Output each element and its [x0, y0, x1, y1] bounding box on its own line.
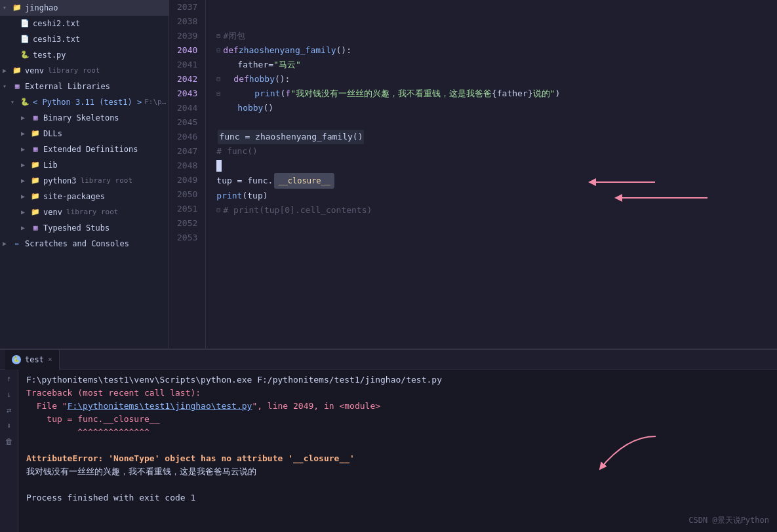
chevron-icon: ▶ [21, 174, 30, 187]
fold-icon: ⊟ [216, 203, 220, 218]
sidebar-label: test.py [33, 48, 66, 62]
sidebar-item-site-packages[interactable]: ▶ 📁 site-packages [0, 189, 169, 204]
code-line-2040: ⊟ def zhaoshenyang_family (): [216, 43, 767, 58]
watermark: CSDN @景天说Python [688, 514, 769, 527]
terminal-tabs: 🐍 test × [0, 350, 777, 370]
rerun-button[interactable]: ⇄ [3, 404, 16, 417]
lib-icon: ▦ [30, 113, 41, 123]
code-line-2053 [216, 232, 767, 246]
output-line-empty [26, 478, 769, 491]
lib-icon: ▦ [30, 223, 41, 233]
folder-icon: 📁 [12, 3, 22, 13]
sidebar-item-jinghao[interactable]: ▾ 📁 jinghao [0, 0, 169, 16]
terminal-toolbar: ↑ ↓ ⇄ ⬇ 🗑 [0, 370, 18, 532]
sidebar-item-typeshed[interactable]: ▶ ▦ Typeshed Stubs [0, 220, 169, 236]
sidebar: ▾ 📁 jinghao 📄 ceshi2.txt 📄 ceshi3.txt 🐍 … [0, 0, 169, 349]
var: tup = func. [216, 174, 273, 188]
code-line-2052 [216, 218, 767, 232]
sidebar-label: jinghao [25, 1, 58, 14]
scratches-icon: ✏ [12, 238, 22, 249]
terminal-tab-test[interactable]: 🐍 test × [5, 350, 60, 370]
folder-icon: 📁 [30, 176, 41, 186]
code-line-2044: hobby () [216, 101, 767, 115]
string: "马云" [273, 58, 301, 72]
keyword: def [233, 72, 249, 86]
library-tag: library root [66, 206, 118, 219]
sidebar-item-extended-definitions[interactable]: ▶ ▦ Extended Definitions [0, 142, 169, 157]
keyword: def [223, 43, 238, 58]
sidebar-label: ceshi2.txt [33, 17, 80, 30]
sidebar-label: venv [43, 206, 62, 219]
tab-python-icon: 🐍 [12, 355, 21, 364]
sidebar-label: External Libraries [25, 80, 110, 93]
library-tag: library root [48, 64, 100, 77]
folder-icon: 📁 [12, 66, 22, 76]
stop-button[interactable]: ⬇ [3, 419, 16, 432]
comment-text: #闭包 [223, 29, 245, 43]
fold-icon: ⊟ [216, 29, 220, 43]
python-file-icon: 🐍 [20, 50, 30, 60]
sidebar-item-scratches[interactable]: ▶ ✏ Scratches and Consoles [0, 236, 169, 252]
output-line-3: File "F:\pythonitems\test1\jinghao\test.… [26, 400, 769, 413]
sidebar-item-ceshi2[interactable]: 📄 ceshi2.txt [0, 16, 169, 31]
sidebar-label: Lib [43, 159, 58, 172]
clear-button[interactable]: 🗑 [3, 435, 16, 448]
chevron-icon: ▶ [3, 237, 12, 250]
keyword-f: f [285, 86, 290, 101]
tab-label: test [25, 355, 44, 364]
code-line-2037 [216, 0, 767, 14]
sidebar-item-lib[interactable]: ▶ 📁 Lib [0, 157, 169, 173]
sidebar-item-dlls[interactable]: ▶ 📁 DLLs [0, 126, 169, 142]
punc: = [268, 58, 273, 72]
punc: () [263, 101, 273, 115]
sidebar-item-testpy[interactable]: 🐍 test.py [0, 47, 169, 63]
punc: (): [336, 43, 351, 58]
code-line-2051: ⊟ # print(tup[0].cell_contents) [216, 203, 767, 218]
close-tab-button[interactable]: × [48, 355, 52, 364]
library-tag: library root [81, 174, 132, 187]
sidebar-label: site-packages [43, 190, 105, 203]
cursor [216, 160, 222, 172]
sidebar-item-venv2[interactable]: ▶ 📁 venv library root [0, 204, 169, 220]
lib-icon: ▦ [12, 81, 22, 92]
scroll-up-button[interactable]: ↑ [3, 372, 16, 385]
chevron-icon: ▶ [21, 206, 30, 219]
sidebar-label: Scratches and Consoles [25, 237, 129, 250]
function-call: print [254, 86, 280, 101]
chevron-icon: ▶ [21, 190, 30, 203]
sidebar-label: Typeshed Stubs [43, 221, 110, 235]
python-icon: 🐍 [20, 97, 30, 107]
file-icon: 📄 [20, 34, 30, 45]
autocomplete-popup: __closure__ [274, 173, 334, 189]
terminal-output: F:\pythonitems\test1\venv\Scripts\python… [18, 370, 777, 532]
sidebar-item-venv[interactable]: ▶ 📁 venv library root [0, 63, 169, 79]
lib-icon: ▦ [30, 144, 41, 155]
sidebar-label: python3 [43, 174, 77, 187]
punc: ) [555, 86, 560, 101]
sidebar-label: Binary Skeletons [43, 111, 119, 124]
code-line-2042: ⊟ def hobby (): [216, 72, 767, 86]
main-area: ▾ 📁 jinghao 📄 ceshi2.txt 📄 ceshi3.txt 🐍 … [0, 0, 777, 349]
terminal-content: ↑ ↓ ⇄ ⬇ 🗑 F:\pythonitems\test1\venv\Scri… [0, 370, 777, 532]
sidebar-label: < Python 3.11 (test1) > [33, 96, 142, 109]
fold-icon: ⊟ [216, 43, 220, 58]
sidebar-item-python311[interactable]: ▾ 🐍 < Python 3.11 (test1) > F:\p… [0, 94, 169, 110]
sidebar-item-external-libs[interactable]: ▾ ▦ External Libraries [0, 79, 169, 94]
scroll-down-button[interactable]: ↓ [3, 388, 16, 401]
sidebar-item-binary-skeletons[interactable]: ▶ ▦ Binary Skeletons [0, 110, 169, 126]
arrow-terminal [574, 433, 659, 476]
function-name: zhaoshenyang_family [239, 43, 336, 58]
code-content: ⊟ #闭包 ⊟ def zhaoshenyang_family (): fath… [206, 0, 777, 349]
sidebar-item-python3[interactable]: ▶ 📁 python3 library root [0, 173, 169, 189]
code-line-2049: tup = func. __closure__ [216, 173, 767, 189]
folder-icon: 📁 [30, 207, 41, 218]
chevron-icon: ▶ [21, 221, 30, 235]
sidebar-item-ceshi3[interactable]: 📄 ceshi3.txt [0, 31, 169, 47]
code-line-2038 [216, 14, 767, 29]
code-line-2050: print (tup) [216, 189, 767, 203]
output-line-1: F:\pythonitems\test1\venv\Scripts\python… [26, 373, 769, 387]
file-link[interactable]: F:\pythonitems\test1\jinghao\test.py [68, 401, 252, 411]
editor-area: 2037 2038 2039 2040 2041 2042 2043 2044 … [169, 0, 777, 349]
sidebar-label: Extended Definitions [43, 143, 138, 156]
var: father [497, 86, 528, 101]
